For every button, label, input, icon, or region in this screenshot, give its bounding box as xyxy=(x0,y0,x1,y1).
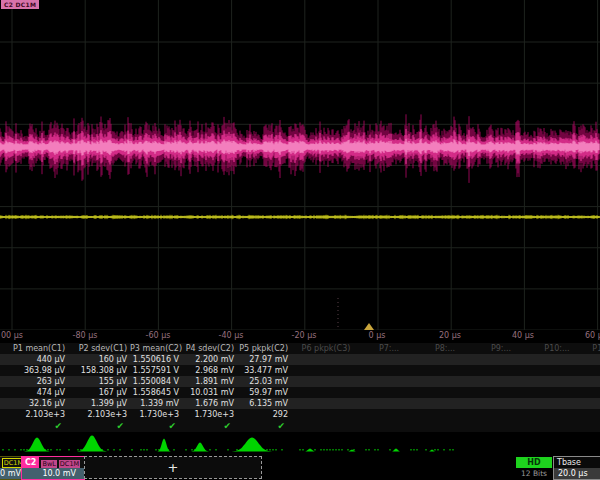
measure-value: 33.477 mV xyxy=(237,365,291,376)
measure-value-empty xyxy=(585,365,600,376)
measure-value: 1.557591 V xyxy=(130,365,182,376)
histogram-baseline-dash xyxy=(50,449,52,451)
histogram-baseline-dash xyxy=(269,449,271,451)
histogram-baseline-dash xyxy=(47,449,49,451)
histogram-baseline-dash xyxy=(335,449,337,451)
histogram-baseline-dash xyxy=(329,449,331,451)
waveform-grid[interactable] xyxy=(0,0,600,330)
measure-value-empty xyxy=(529,365,585,376)
axis-tick-label: 0 µs xyxy=(369,331,386,340)
measure-value: 1.550084 V xyxy=(130,376,182,387)
measure-value-empty xyxy=(417,420,473,432)
measure-value-empty xyxy=(361,409,417,420)
time-axis: 00 µs-80 µs-60 µs-40 µs-20 µs0 µs20 µs40… xyxy=(0,329,600,343)
histogram-baseline-dash xyxy=(449,449,451,451)
measure-value-empty xyxy=(417,387,473,398)
histogram-baseline-dash xyxy=(23,449,25,451)
timebase-descriptor[interactable]: Tbase 20.0 µs xyxy=(553,456,600,480)
timebase-value: 20.0 µs xyxy=(554,468,600,479)
measure-value: 1.558645 V xyxy=(130,387,182,398)
measure-param-header-inactive[interactable]: P8:... xyxy=(417,343,473,354)
measure-value: 27.97 mV xyxy=(237,354,291,365)
measure-param-header-inactive[interactable]: P11:... xyxy=(585,343,600,354)
histogram-baseline-dash xyxy=(131,449,133,451)
measure-value: 292 xyxy=(237,409,291,420)
histogram-baseline-dash xyxy=(281,449,283,451)
measure-param-header[interactable]: P2 sdev(C1) xyxy=(68,343,130,354)
c2-descriptor[interactable]: C2BwLDC1M 10.0 mV xyxy=(21,456,85,480)
measure-value: 25.03 mV xyxy=(237,376,291,387)
measure-param-header-inactive[interactable]: P10:... xyxy=(529,343,585,354)
measure-param-header-inactive[interactable]: P9:... xyxy=(473,343,529,354)
histogram-baseline-dash xyxy=(236,449,238,451)
status-check-icon: ✔ xyxy=(182,420,237,432)
measure-value-empty xyxy=(585,409,600,420)
measure-value-empty xyxy=(291,387,361,398)
histogram-baseline-dash xyxy=(443,449,445,451)
measure-value-empty xyxy=(529,387,585,398)
plus-icon: + xyxy=(168,460,179,475)
histogram-baseline-dash xyxy=(20,449,22,451)
measure-value: 1.730e+3 xyxy=(182,409,237,420)
c2-coupling-tag: DC1M xyxy=(59,460,80,468)
measure-value-empty xyxy=(473,376,529,387)
measure-value-empty xyxy=(473,354,529,365)
axis-tick-label: -80 µs xyxy=(73,331,98,340)
table-row: 474 µV167 µV1.558645 V10.031 mV59.97 mV xyxy=(0,387,600,398)
hd-bits-label: 12 Bits xyxy=(516,469,552,478)
histogram-baseline-dash xyxy=(326,449,328,451)
measure-param-header-inactive[interactable]: P7:... xyxy=(361,343,417,354)
histogram-baseline-dash xyxy=(8,449,10,451)
axis-tick-label: -60 µs xyxy=(146,331,171,340)
histogram-baseline-dash xyxy=(302,449,304,451)
c2-bwl-tag: BwL xyxy=(41,460,56,468)
histogram-baseline-dash xyxy=(113,449,115,451)
axis-tick-label: 40 µs xyxy=(512,331,534,340)
measure-param-header[interactable]: P5 pkpk(C2) xyxy=(237,343,291,354)
measure-value-empty xyxy=(473,387,529,398)
axis-tick-label: 60 µs xyxy=(585,331,600,340)
measure-value: 1.891 mV xyxy=(182,376,237,387)
table-row: 440 µV160 µV1.550616 V2.200 mV27.97 mV xyxy=(0,354,600,365)
measure-param-header-inactive[interactable]: P6 pkpk(C3) xyxy=(291,343,361,354)
measure-param-header[interactable]: P4 sdev(C2) xyxy=(182,343,237,354)
histogram-baseline-dash xyxy=(416,449,418,451)
c2-vdiv-value: 10.0 mV xyxy=(22,468,84,479)
histogram-baseline-dash xyxy=(425,449,427,451)
timebase-title: Tbase xyxy=(554,457,600,468)
measure-value: 263 µV xyxy=(0,376,68,387)
measure-value: 1.730e+3 xyxy=(130,409,182,420)
histogram-baseline-dash xyxy=(275,449,277,451)
measure-value: 363.98 µV xyxy=(0,365,68,376)
measure-value-empty xyxy=(291,409,361,420)
hd-mode-badge[interactable]: HD xyxy=(516,457,552,468)
measure-param-header[interactable]: P1 mean(C1) xyxy=(0,343,68,354)
measure-value: 158.308 µV xyxy=(68,365,130,376)
measure-value-empty xyxy=(361,398,417,409)
measure-value-empty xyxy=(473,398,529,409)
histogram-trace xyxy=(0,432,600,455)
measure-value: 59.97 mV xyxy=(237,387,291,398)
measure-value: 155 µV xyxy=(68,376,130,387)
histogram-baseline-dash xyxy=(68,449,70,451)
measure-value-empty xyxy=(361,376,417,387)
measure-value-empty xyxy=(417,365,473,376)
measure-value-empty xyxy=(585,398,600,409)
status-check-icon: ✔ xyxy=(130,420,182,432)
histogram-baseline-dash xyxy=(347,449,349,451)
status-check-icon: ✔ xyxy=(237,420,291,432)
histogram-baseline-dash xyxy=(314,449,316,451)
histogram-baseline-dash xyxy=(2,449,4,451)
histogram-baseline-dash xyxy=(266,449,268,451)
oscilloscope-screen: C2 DC1M 00 µs-80 µs-60 µs-40 µs-20 µs0 µ… xyxy=(0,0,600,480)
histogram-baseline-dash xyxy=(173,449,175,451)
add-trace-button[interactable]: + xyxy=(84,456,262,479)
measure-param-header[interactable]: P3 mean(C2) xyxy=(130,343,182,354)
histogram-baseline-dash xyxy=(140,449,142,451)
histogram-baseline-dash xyxy=(215,449,217,451)
measure-value: 32.16 µV xyxy=(0,398,68,409)
measure-value-empty xyxy=(291,365,361,376)
histogram-baseline-dash xyxy=(332,449,334,451)
measure-value-empty xyxy=(291,376,361,387)
status-check-icon: ✔ xyxy=(0,420,68,432)
